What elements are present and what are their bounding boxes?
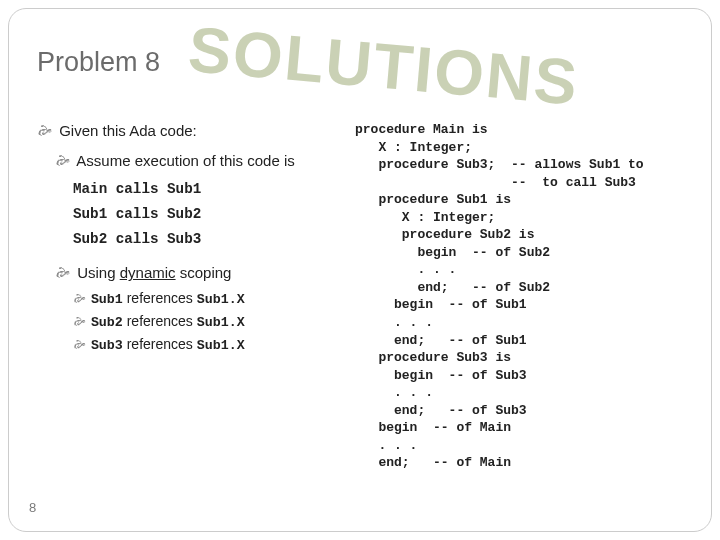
left-column: Given this Ada code: Assume execution of… bbox=[37, 121, 337, 472]
assume-line-2: Sub1 calls Sub2 bbox=[73, 206, 201, 222]
ref-mid: references bbox=[123, 336, 197, 352]
ref-sub: Sub3 bbox=[91, 338, 123, 353]
slide-frame: Problem 8 SOLUTIONS Given this Ada code:… bbox=[8, 8, 712, 532]
ref-var: Sub1.X bbox=[197, 315, 245, 330]
header: Problem 8 SOLUTIONS bbox=[37, 33, 683, 103]
assume-line: Main calls Sub1 bbox=[37, 178, 337, 199]
ref-mid: references bbox=[123, 290, 197, 306]
assume-line-1: Main calls Sub1 bbox=[73, 181, 201, 197]
slide-title: Problem 8 bbox=[37, 33, 160, 78]
page-number: 8 bbox=[29, 500, 36, 515]
ref-var: Sub1.X bbox=[197, 338, 245, 353]
ref-sub: Sub1 bbox=[91, 292, 123, 307]
assume-lead: Assume execution of this code is bbox=[76, 152, 294, 169]
ref-line: Sub1 references Sub1.X bbox=[37, 289, 337, 309]
ref-sub: Sub2 bbox=[91, 315, 123, 330]
ref-line: Sub3 references Sub1.X bbox=[37, 335, 337, 355]
code-block: procedure Main is X : Integer; procedure… bbox=[355, 121, 683, 472]
scoping-post: scoping bbox=[176, 264, 232, 281]
content-columns: Given this Ada code: Assume execution of… bbox=[37, 121, 683, 472]
scoping-pre: Using bbox=[77, 264, 120, 281]
scoping-heading: Using dynamic scoping bbox=[37, 263, 337, 283]
ref-line: Sub2 references Sub1.X bbox=[37, 312, 337, 332]
solutions-watermark: SOLUTIONS bbox=[186, 12, 582, 120]
given-text: Given this Ada code: bbox=[59, 122, 197, 139]
ref-var: Sub1.X bbox=[197, 292, 245, 307]
assume-line: Sub2 calls Sub3 bbox=[37, 228, 337, 249]
assume-block: Assume execution of this code is bbox=[37, 151, 337, 171]
scoping-underline: dynamic bbox=[120, 264, 176, 281]
ref-mid: references bbox=[123, 313, 197, 329]
assume-line-3: Sub2 calls Sub3 bbox=[73, 231, 201, 247]
assume-line: Sub1 calls Sub2 bbox=[37, 203, 337, 224]
given-heading: Given this Ada code: bbox=[37, 121, 337, 141]
